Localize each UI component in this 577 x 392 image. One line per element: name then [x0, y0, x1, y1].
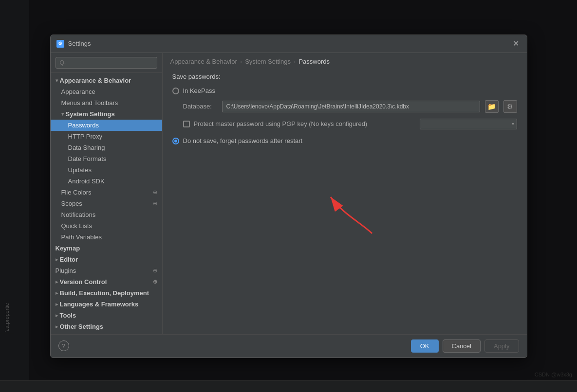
breadcrumb: Appearance & Behavior › System Settings … — [163, 53, 527, 69]
sidebar-tree: ▾ Appearance & Behavior Appearance Menus… — [51, 73, 162, 334]
close-button[interactable]: ✕ — [511, 39, 521, 49]
sidebar-item-data-sharing[interactable]: Data Sharing — [51, 142, 162, 153]
radio-nosave-btn[interactable] — [172, 138, 179, 144]
database-browse-btn[interactable]: 📁 — [485, 100, 499, 113]
sidebar-item-quick-lists[interactable]: Quick Lists — [51, 220, 162, 232]
protect-checkbox[interactable] — [183, 121, 190, 127]
sidebar-item-menus-toolbars[interactable]: Menus and Toolbars — [51, 97, 162, 108]
content-area: Save passwords: In KeePass Database: 📁 — [163, 69, 527, 334]
radio-keepass-label: In KeePass — [183, 87, 216, 94]
sidebar-item-path-variables[interactable]: Path Variables — [51, 232, 162, 243]
radio-keepass-option[interactable]: In KeePass — [172, 87, 517, 94]
radio-nosave-label: Do not save, forget passwords after rest… — [183, 137, 303, 144]
radio-keepass-btn[interactable] — [172, 88, 179, 94]
chevron-right-icon: ▸ — [56, 290, 58, 296]
database-settings-btn[interactable]: ⚙ — [503, 100, 517, 113]
protect-label: Protect master password using PGP key (N… — [194, 120, 416, 127]
sidebar-item-system-settings[interactable]: ▾ System Settings — [51, 108, 162, 120]
database-row: Database: 📁 ⚙ — [183, 100, 517, 113]
chevron-right-icon: ▸ — [56, 279, 58, 285]
pgp-key-select-wrapper[interactable] — [420, 119, 517, 129]
sidebar-item-editor[interactable]: ▸ Editor — [51, 254, 162, 265]
help-button[interactable]: ? — [58, 340, 69, 351]
radio-nosave-option[interactable]: Do not save, forget passwords after rest… — [172, 137, 517, 144]
chevron-right-icon: ▸ — [56, 302, 58, 307]
sidebar-item-appearance[interactable]: Appearance — [51, 86, 162, 97]
save-passwords-title: Save passwords: — [172, 73, 517, 80]
search-input[interactable] — [56, 57, 157, 69]
cancel-button[interactable]: Cancel — [443, 339, 481, 353]
sidebar-item-updates[interactable]: Updates — [51, 164, 162, 176]
sidebar-item-scopes[interactable]: Scopes ⊕ — [51, 198, 162, 209]
sidebar-item-http-proxy[interactable]: HTTP Proxy — [51, 131, 162, 142]
file-colors-badge: ⊕ — [153, 189, 157, 196]
sidebar-item-version-control[interactable]: ▸ Version Control ⊕ — [51, 276, 162, 287]
main-content: Appearance & Behavior › System Settings … — [163, 53, 527, 334]
sidebar-item-keymap[interactable]: Keymap — [51, 243, 162, 254]
sidebar-search[interactable] — [51, 53, 162, 73]
sidebar-item-other-settings[interactable]: ▸ Other Settings — [51, 321, 162, 332]
dialog-footer: ? OK Cancel Apply — [51, 334, 527, 357]
vc-badge: ⊕ — [153, 279, 157, 285]
database-input[interactable] — [222, 101, 480, 112]
breadcrumb-sep-0: › — [240, 58, 242, 65]
sidebar-item-plugins[interactable]: Plugins ⊕ — [51, 265, 162, 276]
sidebar-item-build[interactable]: ▸ Build, Execution, Deployment — [51, 287, 162, 299]
sidebar-item-languages[interactable]: ▸ Languages & Frameworks — [51, 299, 162, 310]
chevron-down-icon: ▾ — [56, 78, 58, 83]
folder-icon: 📁 — [487, 103, 496, 110]
dialog-body: ▾ Appearance & Behavior Appearance Menus… — [51, 53, 527, 334]
chevron-right-icon: ▸ — [56, 257, 58, 262]
sidebar-item-tools[interactable]: ▸ Tools — [51, 310, 162, 321]
sidebar-item-date-formats[interactable]: Date Formats — [51, 153, 162, 164]
chevron-right-icon: ▸ — [56, 324, 58, 329]
chevron-down-icon: ▾ — [61, 111, 64, 117]
sidebar-item-appearance-behavior[interactable]: ▾ Appearance & Behavior — [51, 75, 162, 86]
dialog-title: Settings — [68, 40, 91, 47]
red-arrow-annotation — [323, 190, 382, 240]
settings-dialog-icon: ⚙ — [56, 40, 64, 48]
protect-password-row: Protect master password using PGP key (N… — [183, 119, 517, 129]
breadcrumb-sep-1: › — [294, 58, 296, 65]
sidebar-item-passwords[interactable]: Passwords — [51, 120, 162, 131]
ok-button[interactable]: OK — [411, 339, 439, 353]
dialog-overlay: ⚙ Settings ✕ ▾ Appearance & Beha — [0, 0, 577, 392]
breadcrumb-item-1: System Settings — [245, 58, 291, 65]
plugins-badge: ⊕ — [153, 267, 157, 274]
database-label: Database: — [183, 103, 217, 110]
settings-dialog: ⚙ Settings ✕ ▾ Appearance & Beha — [50, 35, 527, 358]
sidebar-item-android-sdk[interactable]: Android SDK — [51, 176, 162, 187]
dialog-title-left: ⚙ Settings — [56, 40, 91, 48]
pgp-key-select[interactable] — [420, 119, 517, 129]
dialog-titlebar: ⚙ Settings ✕ — [51, 35, 527, 53]
breadcrumb-item-2: Passwords — [298, 58, 330, 65]
gear-icon: ⚙ — [507, 103, 513, 110]
apply-button[interactable]: Apply — [484, 339, 519, 353]
sidebar-item-file-colors[interactable]: File Colors ⊕ — [51, 187, 162, 198]
sidebar: ▾ Appearance & Behavior Appearance Menus… — [51, 53, 163, 334]
sidebar-item-notifications[interactable]: Notifications — [51, 209, 162, 220]
chevron-right-icon: ▸ — [56, 313, 58, 318]
breadcrumb-item-0: Appearance & Behavior — [170, 58, 237, 65]
scopes-badge: ⊕ — [153, 200, 157, 207]
footer-buttons: OK Cancel Apply — [411, 339, 519, 353]
